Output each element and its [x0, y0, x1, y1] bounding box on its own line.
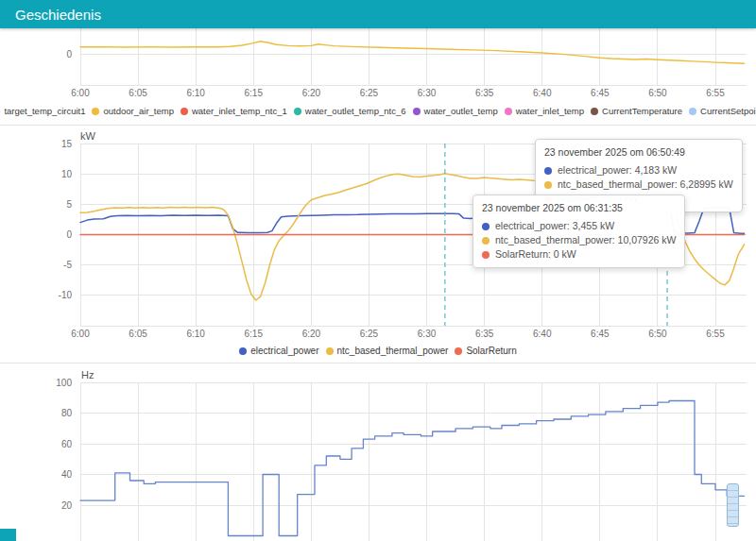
y-axis-label: -10 [59, 290, 73, 300]
legend-label: water_inlet_temp [516, 106, 584, 116]
legend-dot-icon [591, 108, 598, 115]
y-axis-label: 80 [61, 408, 73, 418]
legend-item-target_temp_circuit1[interactable]: target_temp_circuit1 [0, 106, 85, 116]
legend-item-water_inlet_temp[interactable]: water_inlet_temp [505, 106, 584, 116]
x-axis-label: 6:10 [186, 88, 205, 98]
tooltip-row: electrical_power: 3,455 kW [482, 219, 676, 233]
series-frequency [80, 401, 745, 536]
tooltip-value: ntc_based_thermal_power: 10,07926 kW [495, 233, 676, 247]
series-dot-icon [482, 223, 490, 230]
y-axis-label: 10 [61, 169, 73, 179]
grid [80, 28, 747, 85]
x-axis-label: 6:50 [648, 329, 667, 339]
tooltip-timestamp: 23 november 2025 om 06:50:49 [544, 145, 733, 160]
x-axis-label: 6:20 [302, 329, 321, 339]
legend-item-CurrentSetpoint[interactable]: CurrentSetpoint [689, 106, 756, 116]
legend-label: SolarReturn [466, 346, 516, 356]
legend-item-electrical_power[interactable]: electrical_power [239, 346, 318, 356]
y-axis-label: 0 [66, 229, 72, 240]
tooltip-value: SolarReturn: 0 kW [495, 247, 576, 262]
legend-label: water_outlet_temp [424, 106, 498, 116]
tooltip-timestamp: 23 november 2025 om 06:31:35 [482, 201, 676, 215]
legend-label: target_temp_circuit1 [4, 106, 85, 116]
frequency-chart[interactable]: 10080604020Hz [0, 363, 756, 541]
y-axis-label: -5 [63, 260, 72, 270]
x-axis-label: 6:15 [245, 88, 264, 98]
chart-tooltip: 23 november 2025 om 06:31:35 electrical_… [472, 194, 685, 268]
y-axis-label: 100 [56, 378, 72, 388]
x-axis-label: 6:35 [475, 88, 494, 98]
x-axis-label: 6:10 [186, 329, 205, 339]
legend-label: electrical_power [250, 346, 318, 356]
x-axis-label: 6:00 [71, 88, 90, 98]
x-axis-label: 6:30 [418, 88, 437, 98]
x-axis-label: 6:40 [533, 329, 552, 339]
series-dot-icon [544, 167, 552, 175]
series-dot-icon [482, 237, 490, 245]
legend-item-water_inlet_temp_ntc_1[interactable]: water_inlet_temp_ntc_1 [180, 106, 287, 116]
tooltip-row: ntc_based_thermal_power: 10,07926 kW [482, 233, 676, 247]
legend-item-water_outlet_temp_ntc_6[interactable]: water_outlet_temp_ntc_6 [294, 106, 406, 116]
series-dot-icon [544, 181, 552, 189]
x-axis-label: 6:35 [475, 329, 494, 339]
legend-label: CurrentSetpoint [700, 106, 756, 116]
x-axis-label: 6:00 [71, 329, 90, 339]
y-axis-label: 40 [61, 469, 73, 480]
y-axis-label: 20 [61, 500, 73, 511]
x-axis-label: 6:45 [591, 88, 610, 98]
legend-dot-icon [180, 108, 188, 115]
axis-unit-label: kW [80, 130, 96, 142]
legend-dot-icon [92, 108, 99, 115]
x-axis-label: 6:45 [591, 329, 610, 339]
frequency-history-card: 10080604020Hz [0, 363, 756, 541]
temperature-history-card: 06:006:056:106:156:206:256:306:356:406:4… [0, 28, 756, 126]
legend-item-CurrentTemperature[interactable]: CurrentTemperature [591, 106, 682, 116]
legend-item-ntc_based_thermal_power[interactable]: ntc_based_thermal_power [326, 346, 449, 356]
y-axis-label: 0 [66, 49, 72, 59]
x-axis-label: 6:05 [129, 88, 147, 98]
legend-dot-icon [455, 347, 462, 355]
legend-item-water_outlet_temp[interactable]: water_outlet_temp [413, 106, 498, 116]
legend-item-outdoor_air_temp[interactable]: outdoor_air_temp [92, 106, 173, 116]
legend-label: outdoor_air_temp [103, 106, 173, 116]
x-axis-label: 6:25 [360, 329, 379, 339]
legend-dot-icon [326, 347, 334, 355]
y-axis-label: 15 [61, 139, 73, 149]
x-axis-label: 6:55 [706, 329, 725, 339]
x-axis-label: 6:55 [706, 88, 725, 98]
legend-dot-icon [294, 108, 301, 115]
legend-dot-icon [505, 108, 512, 115]
temperature-legend: target_temp_circuit1outdoor_air_tempwate… [0, 106, 756, 116]
scrollbar-thumb[interactable] [727, 483, 739, 527]
page-title: Geschiedenis [15, 7, 101, 23]
y-axis-label: 5 [66, 199, 72, 210]
legend-dot-icon [413, 108, 421, 115]
tooltip-value: electrical_power: 4,183 kW [558, 163, 677, 178]
x-axis-label: 6:30 [418, 329, 437, 339]
x-axis-label: 6:05 [129, 329, 147, 339]
tooltip-row: ntc_based_thermal_power: 6,28995 kW [544, 178, 733, 192]
series-outdoor_air_temp [80, 42, 745, 64]
tooltip-row: electrical_power: 4,183 kW [544, 163, 733, 178]
legend-dot-icon [239, 347, 247, 355]
x-axis-label: 6:20 [302, 88, 321, 98]
legend-label: ntc_based_thermal_power [337, 346, 449, 356]
x-axis-label: 6:50 [648, 88, 667, 98]
legend-item-SolarReturn[interactable]: SolarReturn [455, 346, 516, 356]
tooltip-row: SolarReturn: 0 kW [482, 247, 676, 262]
grid [80, 382, 747, 541]
legend-label: water_inlet_temp_ntc_1 [192, 106, 287, 116]
legend-label: CurrentTemperature [602, 106, 682, 116]
tooltip-value: electrical_power: 3,455 kW [495, 219, 614, 233]
axis-unit-label: Hz [81, 369, 94, 380]
x-axis-label: 6:40 [533, 88, 552, 98]
footer-bar [0, 529, 16, 541]
x-axis-label: 6:15 [245, 329, 264, 339]
tooltip-value: ntc_based_thermal_power: 6,28995 kW [558, 178, 733, 192]
x-axis-label: 6:25 [360, 88, 379, 98]
power-history-card: 151050-5-106:006:056:106:156:206:256:306… [0, 126, 756, 363]
y-axis-label: 60 [61, 439, 73, 449]
app-header: Geschiedenis [0, 0, 756, 28]
power-legend: electrical_powerntc_based_thermal_powerS… [0, 346, 756, 356]
legend-label: water_outlet_temp_ntc_6 [305, 106, 406, 116]
